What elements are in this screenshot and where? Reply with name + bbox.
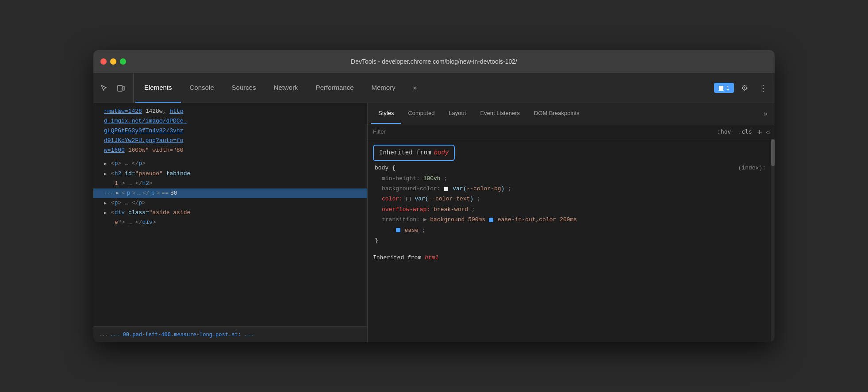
dom-div-line2: e"> … </div> [93,218,367,227]
title-bar: DevTools - developer.chrome.com/blog/new… [93,50,775,73]
dom-p-line2: ▶ <p> … </p> [93,198,367,208]
devtools-panel: Elements Console Sources Network Perform… [93,73,775,342]
cls-button[interactable]: .cls [736,127,753,136]
dom-p-selected[interactable]: ... ▶ <p> … </p> == $0 [93,188,367,198]
prop-transition: transition: ▶ background 500ms ease-in-o… [382,215,768,225]
inspector-icon[interactable] [97,81,111,95]
main-tabs: Elements Console Sources Network Perform… [135,73,711,103]
dom-div-line1: ▶ <div class="aside aside [93,208,367,218]
dom-h2-line1: ▶ <h2 id="pseudo" tabinde [93,169,367,179]
styles-content: Inherited from body body { (index): min [368,139,775,342]
settings-button[interactable]: ⚙ [737,81,752,95]
inherited-from-body: Inherited from body [368,143,775,163]
dom-line-4: d9lJKcYw2FU.png?auto=fo [93,136,367,146]
filter-bar: :hov .cls + ◁ [368,124,775,139]
sub-tab-styles[interactable]: Styles [371,103,401,124]
breadcrumb-link[interactable]: ... 00.pad-left-400.measure-long.post.st… [110,331,254,338]
tab-console[interactable]: Console [181,73,223,103]
rule-header: body { (index): [375,163,768,173]
rule-close: } [375,235,768,246]
sub-tab-dom-breakpoints[interactable]: DOM Breakpoints [527,103,587,124]
html-ref[interactable]: html [425,254,438,261]
svg-rect-1 [123,86,124,90]
tab-more[interactable]: » [404,73,426,103]
toggle-sidebar-button[interactable]: ◁ [766,128,769,135]
device-toolbar-icon[interactable] [114,81,128,95]
add-style-button[interactable]: + [757,127,762,136]
dom-line-5: w=1600 1600w" width="80 [93,146,367,155]
notification-button[interactable]: 1 [714,83,734,93]
breadcrumb-bar: ... ... 00.pad-left-400.measure-long.pos… [93,326,367,342]
prop-overflow-wrap: overflow-wrap: break-word ; [382,204,768,215]
tab-sources[interactable]: Sources [223,73,265,103]
inherited-header: Inherited from body [373,145,455,161]
tab-network[interactable]: Network [265,73,307,103]
hov-button[interactable]: :hov [715,127,733,136]
dom-tree: rmat&w=1428 1428w, http d.imgix.net/imag… [93,103,367,326]
css-rule-body: body { (index): min-height: 100vh ; back… [368,163,775,246]
color-swatch [406,197,411,201]
toolbar-left [97,73,134,103]
dom-spacer [93,155,367,159]
ease2-swatch [396,228,400,232]
dom-line-3: gLQPGtEG3y0fTn4v82/3vhz [93,126,367,136]
prop-min-height: min-height: 100vh ; [382,173,768,184]
traffic-lights [100,58,126,65]
tab-memory[interactable]: Memory [363,73,404,103]
file-link[interactable]: (index): [738,163,766,173]
dom-p-line: ▶ <p> … </p> [93,159,367,169]
devtools-window: DevTools - developer.chrome.com/blog/new… [93,50,775,342]
dom-h2-line2: 1 > … </h2> [93,179,367,188]
styles-panel: Styles Computed Layout Event Listeners D… [368,103,775,342]
minimize-button[interactable] [110,58,116,65]
filter-buttons: :hov .cls + ◁ [715,127,769,136]
close-button[interactable] [100,58,107,65]
svg-rect-0 [118,85,122,91]
window-title: DevTools - developer.chrome.com/blog/new… [351,58,517,65]
sub-tab-event-listeners[interactable]: Event Listeners [473,103,527,124]
sub-tab-bar: Styles Computed Layout Event Listeners D… [368,103,775,124]
ease-swatch [489,218,493,222]
svg-rect-2 [719,86,723,89]
dom-line-2: d.imgix.net/image/dPDCe. [93,116,367,126]
sub-tab-layout[interactable]: Layout [442,103,473,124]
rule-properties: min-height: 100vh ; background-color: va… [375,173,768,235]
scrollbar[interactable] [771,139,775,342]
sub-tab-more[interactable]: » [760,103,771,124]
bg-color-swatch [444,187,448,191]
styles-spacer [368,246,775,251]
tab-elements[interactable]: Elements [135,73,181,103]
maximize-button[interactable] [120,58,126,65]
prop-bg-color: background-color: var(--color-bg) ; [382,184,768,194]
filter-input[interactable] [373,128,712,135]
dom-line-1: rmat&w=1428 1428w, http [93,107,367,116]
prop-transition-cont: ease ; [382,225,768,235]
tab-bar: Elements Console Sources Network Perform… [93,73,775,103]
dom-panel: rmat&w=1428 1428w, http d.imgix.net/imag… [93,103,368,342]
inherited-from-html: Inherited from html [368,251,775,265]
body-ref[interactable]: body [434,147,449,158]
prop-color: color: var(--color-text) ; [382,194,768,204]
scrollbar-thumb[interactable] [771,139,775,166]
tab-performance[interactable]: Performance [307,73,363,103]
sub-tab-computed[interactable]: Computed [401,103,442,124]
more-options-button[interactable]: ⋮ [755,81,771,95]
toolbar-right: 1 ⚙ ⋮ [711,73,771,103]
main-area: rmat&w=1428 1428w, http d.imgix.net/imag… [93,103,775,342]
